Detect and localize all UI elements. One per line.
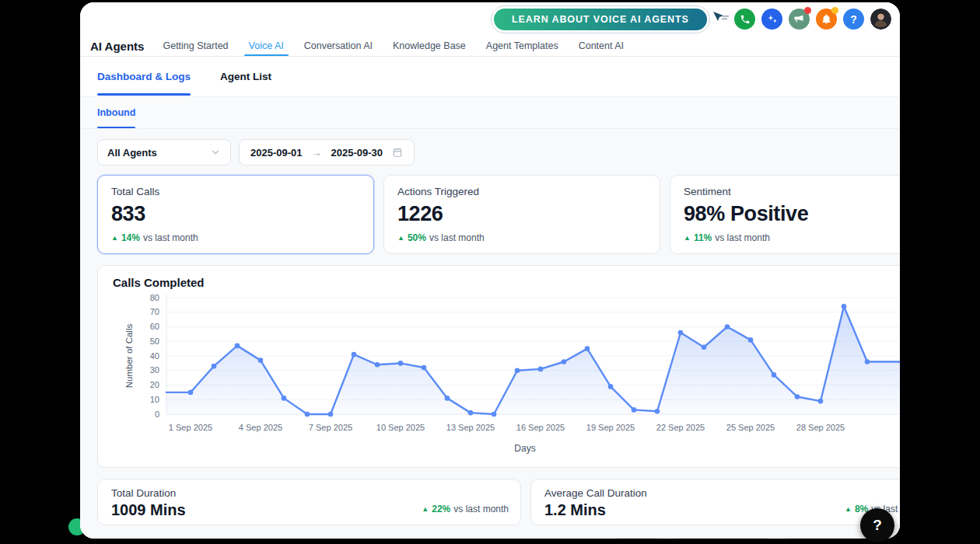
svg-text:Number of Calls: Number of Calls <box>124 324 134 389</box>
delta-suffix: vs last month <box>429 232 485 243</box>
agent-select-value: All Agents <box>107 147 157 159</box>
tab-agent-list[interactable]: Agent List <box>220 57 271 96</box>
stat-card-sentiment[interactable]: Sentiment 98% Positive ▲ 11% vs last mon… <box>670 175 900 254</box>
stat-delta: ▲ 11% vs last month <box>684 232 900 243</box>
dashboard-content: All Agents 2025-09-01 → 2025-09-30 Total… <box>80 129 900 539</box>
svg-text:0: 0 <box>155 410 159 419</box>
svg-text:30: 30 <box>150 365 159 375</box>
subnav: Dashboard & Logs Agent List <box>80 57 900 97</box>
svg-text:40: 40 <box>150 351 159 361</box>
svg-text:1 Sep 2025: 1 Sep 2025 <box>169 423 212 432</box>
page-title: AI Agents <box>90 40 144 53</box>
date-range-picker[interactable]: 2025-09-01 → 2025-09-30 <box>239 139 415 166</box>
avatar[interactable] <box>870 9 891 30</box>
learn-voice-ai-button[interactable]: LEARN ABOUT VOICE AI AGENTS <box>494 9 707 30</box>
calls-line-chart[interactable]: 010203040506070801 Sep 20254 Sep 20257 S… <box>113 292 900 457</box>
stat-value: 1226 <box>397 202 646 226</box>
help-icon[interactable]: ? <box>843 9 864 30</box>
trend-up-icon: ▲ <box>111 235 118 242</box>
stat-value: 98% Positive <box>684 202 900 226</box>
stat-title: Average Call Duration <box>544 487 900 499</box>
svg-text:28 Sep 2025: 28 Sep 2025 <box>796 423 845 432</box>
next-cards-peek <box>612 538 883 539</box>
chart-title: Calls Completed <box>113 276 900 289</box>
svg-text:70: 70 <box>150 307 159 316</box>
phone-icon[interactable] <box>734 9 755 30</box>
tab-voice-ai[interactable]: Voice AI <box>249 36 284 56</box>
app-window: LEARN ABOUT VOICE AI AGENTS <box>80 2 900 539</box>
learn-voice-ai-button-ring: LEARN ABOUT VOICE AI AGENTS <box>491 5 710 33</box>
svg-text:25 Sep 2025: 25 Sep 2025 <box>726 423 775 432</box>
chevron-down-icon <box>210 147 221 158</box>
stat-card-total-calls[interactable]: Total Calls 833 ▲ 14% vs last month <box>97 175 374 254</box>
tab-agent-templates[interactable]: Agent Templates <box>486 36 558 56</box>
svg-text:7 Sep 2025: 7 Sep 2025 <box>309 423 352 432</box>
agent-select[interactable]: All Agents <box>97 139 231 166</box>
stat-card-actions-triggered[interactable]: Actions Triggered 1226 ▲ 50% vs last mon… <box>383 175 660 254</box>
svg-text:60: 60 <box>150 322 159 331</box>
delta-suffix: vs last month <box>143 232 198 243</box>
calls-completed-chart-card: Calls Completed 010203040506070801 Sep 2… <box>97 265 900 468</box>
main-nav: AI Agents Getting Started Voice AI Conve… <box>80 36 900 57</box>
filters-row: All Agents 2025-09-01 → 2025-09-30 <box>97 129 883 166</box>
trend-up-icon: ▲ <box>684 235 691 242</box>
tab-dashboard-logs[interactable]: Dashboard & Logs <box>97 57 191 96</box>
notification-dot-yellow <box>831 7 838 14</box>
delta-suffix: vs last month <box>715 232 770 243</box>
stat-title: Total Duration <box>111 487 507 499</box>
stat-cards-row: Total Calls 833 ▲ 14% vs last month Acti… <box>97 175 900 254</box>
svg-text:80: 80 <box>150 293 159 302</box>
delta-suffix: vs last month <box>453 504 509 514</box>
pointer-badge-icon <box>712 10 732 27</box>
date-start: 2025-09-01 <box>250 147 303 159</box>
topbar: LEARN ABOUT VOICE AI AGENTS <box>80 2 900 36</box>
help-fab-button[interactable]: ? <box>860 508 894 542</box>
svg-text:Days: Days <box>514 443 535 454</box>
notification-dot-red <box>804 7 811 14</box>
stat-value: 833 <box>111 202 360 226</box>
svg-text:13 Sep 2025: 13 Sep 2025 <box>446 423 495 432</box>
tab-getting-started[interactable]: Getting Started <box>163 36 228 56</box>
duration-cards-row: Total Duration 1009 Mins ▲ 22% vs last m… <box>97 479 883 525</box>
tab-content-ai[interactable]: Content AI <box>579 36 624 56</box>
delta-percent: 50% <box>408 232 426 243</box>
delta-percent: 11% <box>694 232 712 243</box>
svg-text:19 Sep 2025: 19 Sep 2025 <box>586 423 635 432</box>
stat-card-total-duration[interactable]: Total Duration 1009 Mins ▲ 22% vs last m… <box>97 479 521 525</box>
svg-text:20: 20 <box>150 380 159 389</box>
stat-card-average-call-duration[interactable]: Average Call Duration 1.2 Mins ▲ 8% vs l… <box>530 479 900 525</box>
stat-title: Actions Triggered <box>397 186 646 197</box>
trend-up-icon: ▲ <box>397 235 404 242</box>
svg-text:10: 10 <box>150 395 159 404</box>
arrow-right-icon: → <box>312 147 322 159</box>
trend-up-icon: ▲ <box>845 506 852 513</box>
megaphone-icon[interactable] <box>789 9 810 30</box>
stat-delta: ▲ 50% vs last month <box>397 232 646 243</box>
bell-icon[interactable] <box>816 9 837 30</box>
stat-title: Sentiment <box>684 186 900 197</box>
svg-text:10 Sep 2025: 10 Sep 2025 <box>376 423 425 432</box>
svg-text:16 Sep 2025: 16 Sep 2025 <box>516 423 565 432</box>
direction-tabs: Inbound <box>80 97 900 129</box>
tab-knowledge-base[interactable]: Knowledge Base <box>393 36 466 56</box>
tab-inbound[interactable]: Inbound <box>97 97 135 128</box>
delta-percent: 22% <box>432 504 450 514</box>
tab-conversation-ai[interactable]: Conversation AI <box>304 36 373 56</box>
calendar-icon <box>392 147 403 158</box>
svg-text:50: 50 <box>150 337 159 346</box>
stat-delta: ▲ 22% vs last month <box>422 504 509 514</box>
topbar-icon-cluster: ? <box>734 9 891 30</box>
screen: LEARN ABOUT VOICE AI AGENTS <box>0 0 980 544</box>
stat-title: Total Calls <box>111 186 360 197</box>
svg-text:22 Sep 2025: 22 Sep 2025 <box>656 423 705 432</box>
sparkles-icon[interactable] <box>761 9 782 30</box>
svg-text:4 Sep 2025: 4 Sep 2025 <box>239 423 282 432</box>
peek-card <box>671 538 773 539</box>
delta-percent: 14% <box>121 232 140 243</box>
trend-up-icon: ▲ <box>422 506 429 513</box>
date-end: 2025-09-30 <box>331 147 383 159</box>
stat-delta: ▲ 14% vs last month <box>111 232 360 243</box>
peek-card <box>612 538 663 539</box>
